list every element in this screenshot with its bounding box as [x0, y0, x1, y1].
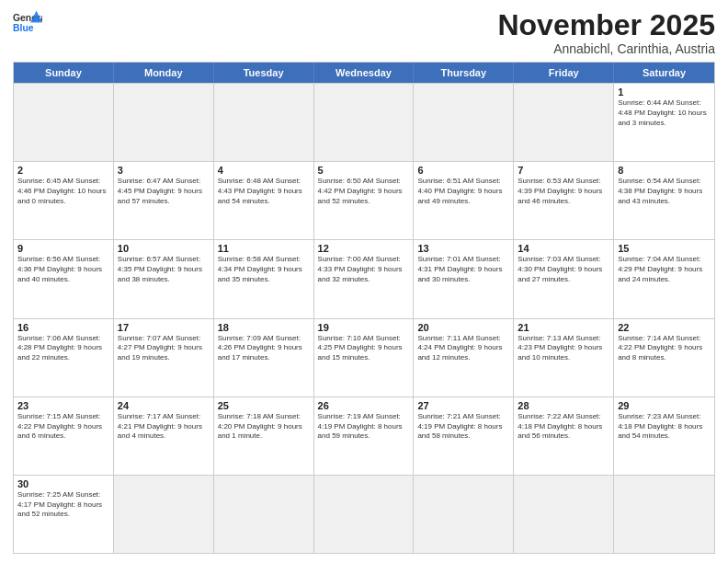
day-number: 16	[17, 322, 109, 333]
day-number: 6	[417, 165, 509, 176]
day-number: 15	[618, 243, 711, 254]
weekday-header-sunday: Sunday	[14, 63, 114, 83]
weekday-header-tuesday: Tuesday	[214, 63, 314, 83]
day-info: Sunrise: 6:48 AM Sunset: 4:43 PM Dayligh…	[218, 177, 310, 206]
day-info: Sunrise: 7:11 AM Sunset: 4:24 PM Dayligh…	[417, 334, 509, 363]
calendar-cell	[414, 476, 514, 553]
day-number: 1	[618, 86, 711, 98]
logo: General Blue	[13, 9, 42, 35]
calendar-cell: 3Sunrise: 6:47 AM Sunset: 4:45 PM Daylig…	[114, 162, 214, 239]
calendar-cell: 13Sunrise: 7:01 AM Sunset: 4:31 PM Dayli…	[414, 240, 514, 317]
calendar-cell	[214, 84, 314, 161]
calendar-cell	[514, 84, 614, 161]
day-info: Sunrise: 6:53 AM Sunset: 4:39 PM Dayligh…	[518, 177, 609, 206]
day-info: Sunrise: 7:06 AM Sunset: 4:28 PM Dayligh…	[17, 334, 109, 363]
calendar-cell	[514, 476, 614, 553]
day-info: Sunrise: 7:23 AM Sunset: 4:18 PM Dayligh…	[618, 412, 711, 442]
day-number: 4	[218, 165, 310, 176]
day-info: Sunrise: 6:54 AM Sunset: 4:38 PM Dayligh…	[618, 177, 711, 206]
calendar-cell: 30Sunrise: 7:25 AM Sunset: 4:17 PM Dayli…	[14, 476, 114, 553]
calendar-cell: 9Sunrise: 6:56 AM Sunset: 4:36 PM Daylig…	[14, 240, 114, 317]
weekday-header-wednesday: Wednesday	[314, 63, 415, 83]
calendar-cell: 15Sunrise: 7:04 AM Sunset: 4:29 PM Dayli…	[614, 240, 714, 317]
calendar-cell: 11Sunrise: 6:58 AM Sunset: 4:34 PM Dayli…	[214, 240, 314, 317]
day-info: Sunrise: 7:03 AM Sunset: 4:30 PM Dayligh…	[518, 255, 609, 284]
day-number: 7	[518, 165, 609, 176]
calendar-cell: 17Sunrise: 7:07 AM Sunset: 4:27 PM Dayli…	[114, 319, 214, 396]
calendar-cell: 14Sunrise: 7:03 AM Sunset: 4:30 PM Dayli…	[514, 240, 614, 317]
calendar-cell: 18Sunrise: 7:09 AM Sunset: 4:26 PM Dayli…	[214, 319, 314, 396]
day-number: 9	[17, 243, 109, 254]
day-number: 22	[618, 322, 711, 333]
day-number: 18	[218, 322, 310, 333]
calendar-cell	[314, 84, 415, 161]
day-number: 28	[518, 400, 609, 411]
calendar-header: SundayMondayTuesdayWednesdayThursdayFrid…	[14, 63, 714, 83]
calendar-cell	[314, 476, 415, 553]
day-info: Sunrise: 6:56 AM Sunset: 4:36 PM Dayligh…	[17, 255, 109, 284]
generalblue-logo-icon: General Blue	[13, 9, 42, 35]
calendar-cell	[414, 84, 514, 161]
day-info: Sunrise: 7:10 AM Sunset: 4:25 PM Dayligh…	[318, 334, 410, 363]
calendar-cell: 24Sunrise: 7:17 AM Sunset: 4:21 PM Dayli…	[114, 397, 214, 475]
day-info: Sunrise: 7:09 AM Sunset: 4:26 PM Dayligh…	[218, 334, 310, 363]
calendar-cell: 28Sunrise: 7:22 AM Sunset: 4:18 PM Dayli…	[514, 397, 614, 475]
day-number: 8	[618, 165, 711, 176]
day-number: 20	[417, 322, 509, 333]
day-number: 21	[518, 322, 609, 333]
day-info: Sunrise: 7:14 AM Sunset: 4:22 PM Dayligh…	[618, 334, 711, 363]
day-number: 30	[17, 478, 109, 489]
calendar-cell: 4Sunrise: 6:48 AM Sunset: 4:43 PM Daylig…	[214, 162, 314, 239]
calendar-cell: 7Sunrise: 6:53 AM Sunset: 4:39 PM Daylig…	[514, 162, 614, 239]
day-info: Sunrise: 6:50 AM Sunset: 4:42 PM Dayligh…	[318, 177, 410, 206]
day-info: Sunrise: 7:01 AM Sunset: 4:31 PM Dayligh…	[417, 255, 509, 284]
calendar-cell: 1Sunrise: 6:44 AM Sunset: 4:48 PM Daylig…	[614, 84, 714, 161]
day-number: 25	[218, 400, 310, 411]
day-info: Sunrise: 6:45 AM Sunset: 4:46 PM Dayligh…	[17, 177, 109, 206]
calendar-cell: 12Sunrise: 7:00 AM Sunset: 4:33 PM Dayli…	[314, 240, 415, 317]
day-info: Sunrise: 7:15 AM Sunset: 4:22 PM Dayligh…	[17, 412, 109, 442]
day-info: Sunrise: 7:07 AM Sunset: 4:27 PM Dayligh…	[118, 334, 210, 363]
calendar-cell	[114, 476, 214, 553]
day-number: 24	[118, 400, 210, 411]
svg-text:Blue: Blue	[13, 23, 34, 33]
page: General Blue November 2025 Annabichl, Ca…	[0, 0, 728, 563]
day-info: Sunrise: 6:51 AM Sunset: 4:40 PM Dayligh…	[417, 177, 509, 206]
day-info: Sunrise: 6:44 AM Sunset: 4:48 PM Dayligh…	[618, 98, 711, 128]
day-number: 10	[118, 243, 210, 254]
weekday-header-monday: Monday	[114, 63, 214, 83]
calendar: SundayMondayTuesdayWednesdayThursdayFrid…	[13, 62, 715, 554]
weekday-header-thursday: Thursday	[414, 63, 514, 83]
calendar-cell	[614, 476, 714, 553]
calendar-cell: 8Sunrise: 6:54 AM Sunset: 4:38 PM Daylig…	[614, 162, 714, 239]
day-info: Sunrise: 7:19 AM Sunset: 4:19 PM Dayligh…	[318, 412, 410, 442]
calendar-cell: 25Sunrise: 7:18 AM Sunset: 4:20 PM Dayli…	[214, 397, 314, 475]
calendar-row-1: 2Sunrise: 6:45 AM Sunset: 4:46 PM Daylig…	[14, 161, 714, 239]
calendar-row-2: 9Sunrise: 6:56 AM Sunset: 4:36 PM Daylig…	[14, 239, 714, 317]
calendar-row-3: 16Sunrise: 7:06 AM Sunset: 4:28 PM Dayli…	[14, 318, 714, 396]
day-number: 3	[118, 165, 210, 176]
calendar-row-0: 1Sunrise: 6:44 AM Sunset: 4:48 PM Daylig…	[14, 83, 714, 161]
day-info: Sunrise: 7:25 AM Sunset: 4:17 PM Dayligh…	[17, 490, 109, 520]
calendar-body: 1Sunrise: 6:44 AM Sunset: 4:48 PM Daylig…	[14, 83, 714, 553]
day-info: Sunrise: 7:18 AM Sunset: 4:20 PM Dayligh…	[218, 412, 310, 442]
day-info: Sunrise: 7:22 AM Sunset: 4:18 PM Dayligh…	[518, 412, 609, 442]
day-info: Sunrise: 7:13 AM Sunset: 4:23 PM Dayligh…	[518, 334, 609, 363]
day-info: Sunrise: 7:04 AM Sunset: 4:29 PM Dayligh…	[618, 255, 711, 284]
calendar-row-4: 23Sunrise: 7:15 AM Sunset: 4:22 PM Dayli…	[14, 396, 714, 475]
weekday-header-friday: Friday	[514, 63, 614, 83]
calendar-cell: 20Sunrise: 7:11 AM Sunset: 4:24 PM Dayli…	[414, 319, 514, 396]
day-number: 11	[218, 243, 310, 254]
day-number: 23	[17, 400, 109, 411]
day-number: 2	[17, 165, 109, 176]
calendar-cell: 26Sunrise: 7:19 AM Sunset: 4:19 PM Dayli…	[314, 397, 415, 475]
calendar-cell: 22Sunrise: 7:14 AM Sunset: 4:22 PM Dayli…	[614, 319, 714, 396]
day-number: 13	[417, 243, 509, 254]
calendar-cell: 10Sunrise: 6:57 AM Sunset: 4:35 PM Dayli…	[114, 240, 214, 317]
calendar-cell: 29Sunrise: 7:23 AM Sunset: 4:18 PM Dayli…	[614, 397, 714, 475]
calendar-cell	[14, 84, 114, 161]
day-number: 29	[618, 400, 711, 411]
day-number: 12	[318, 243, 410, 254]
day-number: 19	[318, 322, 410, 333]
calendar-cell: 21Sunrise: 7:13 AM Sunset: 4:23 PM Dayli…	[514, 319, 614, 396]
